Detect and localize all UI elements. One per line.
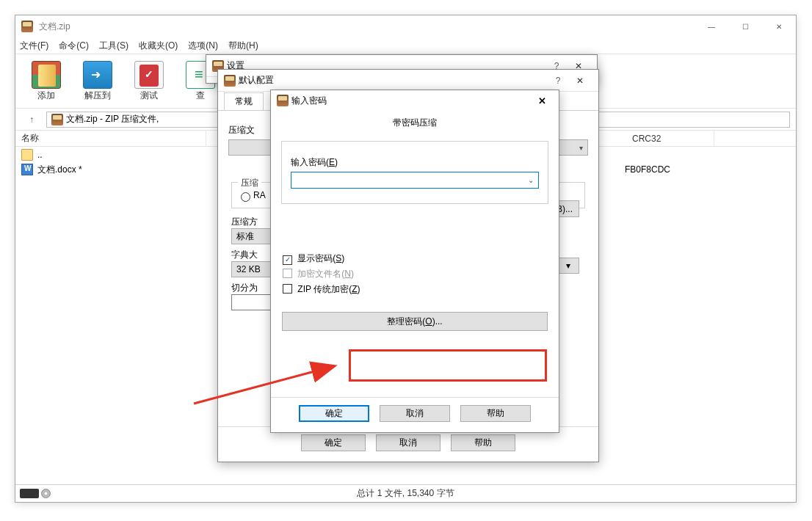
chevron-down-icon: ▾	[566, 260, 570, 271]
test-icon	[134, 61, 164, 89]
window-title: 文档.zip	[39, 21, 70, 33]
config-cancel-button[interactable]: 取消	[376, 434, 441, 451]
close-icon[interactable]: ✕	[568, 76, 592, 86]
tab-general[interactable]: 常规	[224, 92, 264, 110]
menu-file[interactable]: 文件(F)	[20, 40, 48, 52]
help-icon[interactable]: ?	[548, 76, 568, 86]
toolbar-test-label: 测试	[140, 90, 158, 102]
checkbox-encrypt-names	[283, 269, 292, 278]
method-value: 标准	[236, 230, 254, 243]
toolbar-extract-label: 解压到	[84, 90, 111, 102]
menubar: 文件(F) 命令(C) 工具(S) 收藏夹(O) 选项(N) 帮助(H)	[15, 37, 796, 54]
minimize-button[interactable]: —	[695, 15, 728, 37]
method-combo[interactable]: 标准	[231, 228, 271, 244]
menu-options[interactable]: 选项(N)	[188, 40, 218, 52]
menu-favorites[interactable]: 收藏夹(O)	[139, 40, 178, 52]
config-ok-button[interactable]: 确定	[301, 434, 366, 451]
menu-command[interactable]: 命令(C)	[59, 40, 89, 52]
dict-combo[interactable]: 32 KB	[231, 261, 271, 277]
password-group: 输入密码(E) ⌄	[281, 141, 548, 204]
winrar-icon	[21, 21, 33, 32]
up-button[interactable]: ↑	[21, 112, 42, 128]
radio-rar[interactable]	[241, 192, 250, 202]
config-title: 默认配置	[239, 74, 274, 87]
toolbar-add-label: 添加	[37, 90, 55, 102]
close-button[interactable]: ✕	[762, 15, 796, 37]
chevron-down-icon: ▾	[579, 144, 583, 152]
radio-rar-label: RA	[253, 190, 266, 200]
menu-help[interactable]: 帮助(H)	[228, 40, 258, 52]
status-text: 总计 1 文件, 15,340 字节	[357, 487, 454, 500]
toolbar-view-label: 查	[196, 90, 205, 102]
close-icon[interactable]: ✕	[531, 93, 553, 108]
password-title: 输入密码	[291, 95, 327, 107]
archive-icon	[51, 114, 63, 125]
folder-icon	[21, 149, 33, 161]
password-dialog: 输入密码 ✕ 带密码压缩 输入密码(E) ⌄ 显示密码(S) 加密文件名(N)	[270, 90, 559, 433]
toolbar-extract-button[interactable]: 解压到	[76, 61, 120, 102]
password-button-row: 确定 取消 帮助	[271, 398, 559, 432]
checkbox-zip-legacy[interactable]	[283, 284, 292, 294]
checkbox-show-password[interactable]	[283, 255, 292, 265]
config-help-button[interactable]: 帮助	[451, 434, 515, 451]
path-text: 文档.zip - ZIP 压缩文件,	[66, 113, 159, 125]
disc-icon	[41, 489, 51, 498]
checkbox-show-password-row[interactable]: 显示密码(S)	[283, 252, 547, 265]
chevron-down-icon: ⌄	[528, 176, 534, 184]
settings-dropdown[interactable]: ▾	[557, 258, 579, 274]
password-help-button[interactable]: 帮助	[460, 405, 531, 422]
organize-passwords-button[interactable]: 整理密码(O)...	[282, 312, 548, 331]
extract-icon	[83, 61, 112, 89]
checkbox-zip-legacy-row[interactable]: ZIP 传统加密(Z)	[283, 283, 547, 296]
winrar-icon	[224, 75, 236, 87]
split-input[interactable]	[231, 294, 271, 310]
main-titlebar: 文档.zip — ☐ ✕	[15, 15, 796, 37]
password-cancel-button[interactable]: 取消	[380, 405, 450, 422]
crc-value: FB0F8CDC	[625, 164, 670, 175]
toolbar-test-button[interactable]: 测试	[127, 61, 171, 102]
checkbox-encrypt-names-row: 加密文件名(N)	[283, 267, 547, 280]
label-enter-password: 输入密码(E)	[291, 156, 539, 169]
col-name[interactable]: 名称	[15, 131, 206, 147]
label-format: 压缩	[238, 177, 261, 189]
menu-tools[interactable]: 工具(S)	[99, 40, 128, 52]
password-heading: 带密码压缩	[280, 117, 550, 129]
password-input[interactable]: ⌄	[291, 172, 539, 189]
password-titlebar: 输入密码 ✕	[271, 90, 559, 111]
statusbar-left	[20, 489, 51, 498]
maximize-button[interactable]: ☐	[728, 15, 762, 37]
drive-icon	[20, 489, 39, 498]
add-icon	[32, 61, 61, 89]
dict-value: 32 KB	[236, 264, 261, 274]
config-titlebar: 默认配置 ? ✕	[218, 70, 598, 92]
toolbar-add-button[interactable]: 添加	[24, 61, 68, 102]
docx-icon	[21, 164, 33, 175]
list-item-label: ..	[37, 150, 43, 160]
col-crc32[interactable]: CRC32	[626, 131, 714, 147]
statusbar: 总计 1 文件, 15,340 字节	[15, 484, 796, 502]
list-item-label: 文档.docx *	[37, 164, 82, 176]
winrar-icon	[277, 95, 289, 106]
password-ok-button[interactable]: 确定	[299, 405, 369, 422]
